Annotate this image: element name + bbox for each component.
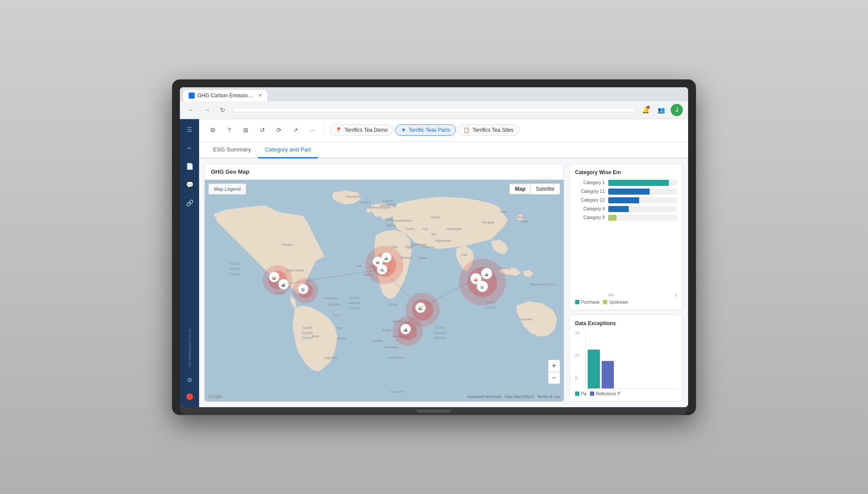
filter-tab-teas-parts-icon: ▼ [401,127,406,133]
back-button[interactable]: ← [185,104,197,116]
exceptions-bar-2 [602,361,614,388]
exceptions-bar-chart [586,331,677,389]
sync-button[interactable]: ⟳ [272,124,286,137]
forward-button[interactable]: → [201,104,213,116]
dev-server-label: Test Development Server [188,329,192,368]
help-button[interactable]: ? [223,124,236,137]
legend-purchased-label: Purchase [581,300,599,305]
svg-text:North: North [350,295,359,300]
sidebar-icon-help[interactable]: 🔴 [183,391,196,403]
svg-text:🚢: 🚢 [281,282,286,287]
svg-text:Sweden: Sweden [382,199,393,202]
map-data-label: Map data ©2023 [505,395,534,399]
category-9-label: Category 9 [575,215,605,220]
filter-tab-tea-sites[interactable]: 📋 Terrifics Tea Sites [458,124,519,136]
zoom-out-button[interactable]: − [548,372,560,384]
browser-tab[interactable]: GHG Carbon Emission Dash... ✕ [183,90,267,101]
svg-text:Greenland: Greenland [346,195,360,198]
svg-text:North: North [230,261,240,266]
refresh-button[interactable]: ↺ [256,124,269,137]
svg-text:South: South [435,325,445,329]
svg-text:Atlantic: Atlantic [434,330,446,335]
sidebar-icon-chat[interactable]: 💬 [183,178,196,191]
sidebar-icon-back[interactable]: ← [183,142,196,154]
chart-x-axis: 0% 1 [575,293,677,297]
svg-text:Brazil: Brazil [312,335,320,338]
sidebar-icon-settings[interactable]: ⚙ [183,374,196,386]
svg-text:Papua New Guinea: Papua New Guinea [529,283,555,286]
user-avatar[interactable]: J [671,104,683,116]
map-type-satellite-button[interactable]: Satellite [530,184,560,194]
svg-text:South Africa: South Africa [389,356,405,359]
svg-text:🏭: 🏭 [376,260,380,264]
svg-text:Congo: Congo [389,303,397,306]
filter-tab-tea-demo-label: Terrifics Tea Demo [344,127,388,133]
more-button[interactable]: ··· [306,124,319,137]
category-11-bar-container [608,189,677,195]
category-9-bar-container [608,215,677,221]
svg-text:🏭: 🏭 [272,275,276,279]
tab-esg-summary[interactable]: ESG Summary [206,142,258,158]
reload-button[interactable]: ↻ [217,104,229,116]
map-title: GHG Geo Map [211,168,249,175]
exceptions-reference-label: Reference P [596,391,620,396]
exceptions-bar-1 [588,350,600,388]
svg-text:India: India [461,253,468,256]
zoom-in-button[interactable]: + [548,360,560,372]
category-11-bar [608,189,650,195]
svg-text:Turkey: Turkey [406,227,415,231]
sidebar-icon-menu[interactable]: ☰ [183,124,196,136]
category-panel: Category Wise Em Category 1 [569,164,683,310]
notification-badge [647,106,650,109]
google-logo: Google [208,394,222,399]
map-panel-header: GHG Geo Map [205,164,564,180]
browser-actions: 🔔 👥 J [639,104,683,116]
svg-text:Ocean: Ocean [485,305,496,309]
exceptions-reference-dot [590,391,594,396]
sidebar-icon-document[interactable]: 📄 [183,160,196,172]
tab-category-part[interactable]: Category and Part [258,142,318,158]
category-11-label: Category 11 [575,189,605,194]
filter-tab-teas-parts[interactable]: ▼ Terrific Teas Parts [395,124,456,136]
address-bar[interactable] [232,108,636,112]
filter-tab-teas-parts-label: Terrific Teas Parts [409,127,450,133]
svg-text:Chile: Chile [335,326,342,329]
legend-upstream: Upstream [603,300,628,305]
exceptions-pa-dot [575,391,579,396]
filter-settings-button[interactable]: ⚙ [206,124,219,137]
svg-text:China: China [499,210,507,213]
svg-text:Colombia: Colombia [328,303,341,306]
filter-tab-tea-demo[interactable]: 📍 Terrifics Tea Demo [330,124,393,136]
tab-close-icon[interactable]: ✕ [258,93,262,98]
svg-text:Russia: Russia [431,215,440,218]
map-type-buttons: Map Satellite [509,183,560,195]
svg-text:Botswana: Botswana [384,345,397,348]
sidebar-icon-link[interactable]: 🔗 [183,197,196,209]
filter-tabs: 📍 Terrifics Tea Demo ▼ Terrific Teas Par… [330,124,681,136]
svg-text:Atlantic: Atlantic [348,301,361,305]
svg-text:Ukraine: Ukraine [401,219,412,222]
map-type-map-button[interactable]: Map [510,184,530,194]
filter-tab-tea-demo-icon: 📍 [335,127,342,133]
y-label-5: 5 [575,376,579,380]
map-panel: GHG Geo Map [204,164,564,402]
svg-text:Bolivia: Bolivia [338,337,346,340]
extensions-icon[interactable]: 👥 [655,104,667,116]
map-container[interactable]: North Pacific Ocean North Atlantic Ocean… [205,180,564,401]
share-button[interactable]: ↗ [289,124,302,137]
svg-text:🚢: 🚢 [384,256,388,260]
keyboard-shortcuts[interactable]: Keyboard shortcuts [468,395,502,399]
tab-title: GHG Carbon Emission Dash... [197,93,254,99]
map-legend-box[interactable]: Map Legend [208,183,246,195]
grid-button[interactable]: ⊞ [239,124,252,137]
terms-of-use[interactable]: Terms of Use [537,395,560,399]
svg-text:Mali: Mali [357,264,362,268]
category-row-1: Category 1 [575,180,677,186]
legend-upstream-label: Upstream [609,300,628,305]
svg-text:Japan: Japan [517,215,525,219]
nav-tabs: ESG Summary Category and Part [199,142,688,158]
notification-bell[interactable]: 🔔 [639,104,651,116]
svg-text:Korea: Korea [521,220,529,223]
svg-text:Ethiopia: Ethiopia [401,256,412,259]
category-12-bar-container [608,197,677,203]
